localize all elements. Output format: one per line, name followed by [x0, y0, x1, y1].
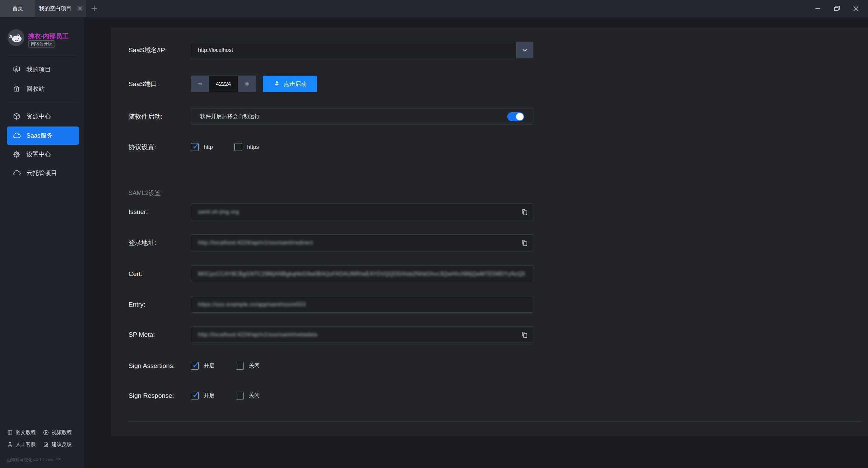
login-url-label: 登录地址: [129, 234, 156, 251]
cloud-icon [12, 169, 21, 177]
whale-logo-icon [7, 29, 24, 46]
tab-home-label: 首页 [12, 5, 23, 12]
port-stepper: 42224 [191, 76, 256, 92]
entry-input[interactable]: https://sso.example.cn/app/saml/sso/e553 [191, 296, 533, 313]
sidebar-item-label: 资源中心 [26, 112, 51, 120]
copy-button[interactable] [520, 331, 529, 339]
port-increment-button[interactable] [238, 76, 256, 92]
copy-button[interactable] [520, 239, 529, 247]
sp-meta-label: SP Meta: [129, 326, 155, 343]
sign-assertions-off-label: 关闭 [249, 362, 260, 369]
sidebar-item-label: 我的项目 [26, 65, 51, 74]
autostart-toggle[interactable] [507, 112, 524, 121]
row-protocol: 协议设置: http https [129, 139, 861, 155]
book-icon [7, 429, 13, 436]
sidebar-divider [7, 103, 77, 103]
sidebar-item-recycle-bin[interactable]: 回收站 [7, 80, 79, 98]
minimize-button[interactable] [808, 0, 827, 17]
sp-meta-value: http://localhost:4224/api/v1/sso/saml/me… [198, 332, 317, 338]
port-value[interactable]: 42224 [209, 76, 238, 92]
saas-domain-select[interactable]: http://localhost [191, 42, 533, 58]
https-checkbox-label: https [247, 144, 259, 150]
login-url-value: http://localhost:4224/api/v1/sso/saml/re… [198, 240, 313, 246]
cube-icon [12, 112, 21, 121]
autostart-description: 软件开启后将会自动运行 [200, 113, 260, 120]
sign-assertions-on-label: 开启 [204, 362, 215, 369]
trash-icon [12, 84, 21, 93]
new-tab-button[interactable] [87, 0, 101, 17]
cert-label: Cert: [129, 266, 142, 282]
sign-response-on-label: 开启 [204, 392, 215, 399]
link-label: 图文教程 [16, 429, 36, 436]
saas-domain-label: SaaS域名/IP: [129, 42, 167, 58]
autostart-container: 软件开启后将会自动运行 [191, 108, 533, 125]
link-video-tutorial[interactable]: 视频教程 [43, 429, 72, 436]
sidebar-item-settings-center[interactable]: 设置中心 [7, 145, 79, 163]
https-checkbox[interactable] [234, 143, 242, 151]
row-issuer: Issuer: saml.sh-jing.org [129, 203, 861, 220]
brand-badge: 网络公开版 [28, 40, 55, 47]
start-button[interactable]: 点击启动 [263, 76, 317, 92]
cert-input[interactable]: MIICpzCCAY8CBgGNTC29MjANBgkqhkiG9w0BAQsF… [191, 266, 533, 282]
sidebar-item-label: 云托管项目 [26, 169, 57, 177]
chevron-down-icon [522, 48, 527, 52]
board-icon [12, 65, 21, 74]
tab-project-label: 我的空白项目 [39, 5, 72, 12]
restore-icon [834, 5, 840, 12]
row-autostart: 随软件启动: 软件开启后将会自动运行 [129, 108, 861, 125]
http-checkbox[interactable] [191, 143, 199, 151]
sign-response-off-label: 关闭 [249, 392, 260, 399]
minimize-icon [815, 5, 821, 12]
http-checkbox-label: http [204, 144, 213, 150]
entry-label: Entry: [129, 296, 145, 313]
copy-button[interactable] [520, 208, 529, 216]
minus-icon [198, 81, 203, 86]
row-sign-response: Sign Response: 开启 关闭 [129, 387, 861, 404]
link-image-tutorial[interactable]: 图文教程 [7, 429, 36, 436]
saas-domain-value: http://localhost [198, 47, 233, 53]
link-label: 建议反馈 [52, 441, 72, 448]
autostart-label: 随软件启动: [129, 108, 162, 125]
sidebar-item-cloud-hosted-projects[interactable]: 云托管项目 [7, 164, 79, 182]
dropdown-button[interactable] [516, 42, 533, 58]
restore-button[interactable] [827, 0, 846, 17]
link-feedback[interactable]: 建议反馈 [43, 441, 72, 448]
play-circle-icon [43, 429, 49, 436]
row-login-url: 登录地址: http://localhost:4224/api/v1/sso/s… [129, 234, 861, 251]
cert-value: MIICpzCCAY8CBgGNTC29MjANBgkqhkiG9w0BAQsF… [198, 271, 525, 277]
rocket-icon [273, 80, 280, 87]
sign-assertions-off-checkbox[interactable] [236, 362, 244, 370]
tab-close-icon[interactable] [78, 6, 82, 11]
sp-meta-input[interactable]: http://localhost:4224/api/v1/sso/saml/me… [191, 326, 533, 343]
issuer-input[interactable]: saml.sh-jing.org [191, 203, 533, 220]
port-decrement-button[interactable] [191, 76, 209, 92]
login-url-input[interactable]: http://localhost:4224/api/v1/sso/saml/re… [191, 234, 533, 251]
tab-project[interactable]: 我的空白项目 [35, 0, 86, 17]
plus-icon [91, 5, 98, 12]
sign-response-on-checkbox[interactable] [191, 392, 199, 399]
sign-response-off-checkbox[interactable] [236, 392, 244, 399]
brand-title: 拂衣-内部员工 [28, 32, 68, 41]
sidebar-item-label: 设置中心 [26, 150, 51, 158]
person-icon [7, 441, 13, 448]
row-saas-domain: SaaS域名/IP: http://localhost [129, 42, 861, 58]
link-label: 视频教程 [52, 429, 72, 436]
sign-response-label: Sign Response: [129, 387, 174, 404]
issuer-label: Issuer: [129, 203, 148, 220]
link-customer-service[interactable]: 人工客服 [7, 441, 36, 448]
row-entry: Entry: https://sso.example.cn/app/saml/s… [129, 296, 861, 313]
sign-assertions-on-checkbox[interactable] [191, 362, 199, 370]
sidebar-item-label: 回收站 [26, 85, 45, 93]
close-icon [853, 6, 859, 12]
sidebar-item-saas-service[interactable]: Saas服务 [7, 126, 79, 145]
sidebar-item-resource-center[interactable]: 资源中心 [7, 107, 79, 125]
row-sign-assertions: Sign Assertions: 开启 关闭 [129, 357, 861, 374]
close-button[interactable] [846, 0, 865, 17]
gear-icon [12, 150, 21, 159]
window-controls [808, 0, 865, 17]
tab-home[interactable]: 首页 [0, 0, 35, 17]
panel-divider [129, 422, 861, 422]
saas-settings-panel: SaaS域名/IP: http://localhost SaaS端口: [111, 27, 868, 436]
sidebar-item-my-projects[interactable]: 我的项目 [7, 60, 79, 79]
plus-icon [244, 81, 250, 86]
